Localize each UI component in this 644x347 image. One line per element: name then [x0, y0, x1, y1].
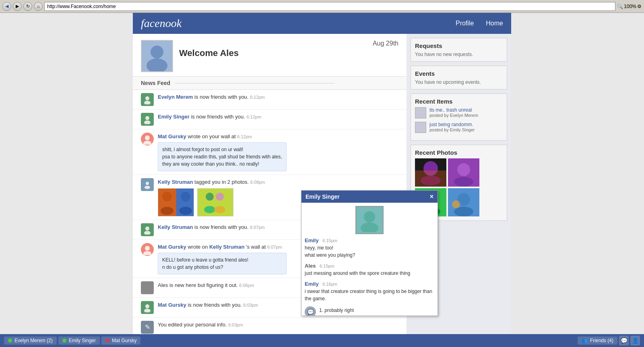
- svg-point-41: [364, 211, 375, 222]
- tagged-photo-2[interactable]: [197, 188, 233, 216]
- svg-point-20: [214, 206, 225, 213]
- feed-icon-edit: ✎: [141, 321, 154, 334]
- feed-item-evelyn-friend: Evelyn Merem is now friends with you. 6:…: [133, 90, 407, 110]
- nav-links: Profile Home: [456, 20, 503, 27]
- requests-text: You have no new requests.: [415, 52, 503, 57]
- poll-icon: 💬: [305, 306, 316, 316]
- forward-button[interactable]: ▶: [13, 2, 22, 11]
- home-button[interactable]: ⌂: [34, 2, 43, 11]
- recent-items-title: Recent Items: [415, 98, 503, 105]
- feed-icon-kelly-tag: [141, 178, 154, 191]
- feed-icon-evelyn: [141, 93, 154, 106]
- feed-icon-emily: [141, 113, 154, 126]
- recent-photo-1[interactable]: [415, 158, 446, 187]
- requests-title: Requests: [415, 42, 503, 49]
- feed-kelly2-link[interactable]: Kelly Struman: [209, 244, 244, 250]
- recent-item-2-link[interactable]: just being randomm.: [429, 122, 475, 127]
- url-text: http://www.Facenook.com/home: [47, 4, 116, 9]
- feed-icon-mat2: [141, 243, 154, 256]
- chat-time-emily-2: 6:16pm: [322, 282, 337, 287]
- evelyn-status-dot: [8, 339, 12, 343]
- recent-item-1-icon: [415, 107, 426, 118]
- svg-point-4: [145, 116, 149, 120]
- chat-text-emily-2: i swear that creature creator thing is g…: [305, 288, 434, 302]
- feed-kelly-link[interactable]: Kelly Struman: [158, 179, 193, 185]
- mat-kelly-post-box: KELL! before u leave u gotta friend ales…: [158, 253, 287, 274]
- feed-icon-ales-new: [141, 281, 154, 294]
- profile-header: Welcome Ales Aug 29th: [133, 34, 407, 77]
- poll-option-2[interactable]: 2. what, no way!: [319, 315, 360, 316]
- feed-kelly-friend-link[interactable]: Kelly Struman: [158, 224, 193, 230]
- feed-emily-link[interactable]: Emily Singer: [158, 114, 190, 120]
- recent-item-1: its me.. trash unreal posted by Evelyn M…: [415, 107, 503, 118]
- taskbar-chat-icon[interactable]: 💬: [619, 336, 629, 345]
- chat-sender-emily-2: Emily: [305, 281, 319, 287]
- feed-icon-kelly-friend: [141, 223, 154, 236]
- svg-point-2: [145, 96, 149, 100]
- taskbar-friends[interactable]: 👥 Friends (4): [578, 337, 617, 345]
- recent-item-2-text: just being randomm. posted by Emily Sing…: [429, 122, 475, 132]
- news-feed-label: News Feed: [141, 80, 170, 86]
- feed-item-mat-post: Mat Gursky wrote on your wall at 6:12pm …: [133, 129, 407, 175]
- feed-mat3-link[interactable]: Mat Gursky: [158, 302, 186, 308]
- chat-bubble-icon: 💬: [621, 337, 627, 344]
- feed-icon-mat-friend: [141, 301, 154, 314]
- svg-point-24: [143, 251, 151, 255]
- recent-item-2-icon: [415, 122, 426, 133]
- chat-avatar: [355, 206, 384, 234]
- svg-rect-30: [415, 170, 446, 187]
- svg-point-0: [151, 46, 163, 58]
- taskbar-emily-label: Emily Singer: [69, 338, 96, 343]
- taskbar-evelyn[interactable]: Evelyn Merem (2): [4, 337, 57, 345]
- poll-options: 1. probably right 2. what, no way! 3. yo…: [319, 306, 360, 316]
- chat-header: Emily Singer ×: [301, 191, 438, 203]
- taskbar-mat[interactable]: Mat Gursky: [101, 337, 140, 345]
- zoom-level: 100%: [624, 4, 636, 9]
- nav-profile-link[interactable]: Profile: [456, 20, 474, 27]
- svg-point-42: [361, 222, 378, 232]
- sidebar-events: Events You have no upcoming events.: [411, 66, 507, 89]
- address-bar[interactable]: http://www.Facenook.com/home: [44, 2, 615, 11]
- events-title: Events: [415, 70, 503, 77]
- nav-home-link[interactable]: Home: [486, 20, 503, 27]
- chat-message-emily-1: Emily 6:15pm heyy, me too!what were you …: [305, 237, 434, 259]
- svg-point-1: [147, 58, 167, 71]
- recent-photo-2[interactable]: [448, 158, 479, 187]
- svg-point-12: [162, 192, 172, 202]
- facenook-navbar: facenook Profile Home: [133, 13, 511, 34]
- svg-point-21: [145, 226, 149, 231]
- chat-time-emily: 6:15pm: [322, 238, 337, 243]
- zoom-icon: 🔍: [617, 4, 623, 9]
- feed-mat2-link[interactable]: Mat Gursky: [158, 244, 186, 250]
- chat-message-ales: Ales 6:15pm just messing around with the…: [305, 263, 434, 277]
- recent-photo-4[interactable]: [448, 188, 479, 216]
- news-feed-header: News Feed ──────────────────────────────…: [133, 77, 407, 90]
- chat-title: Emily Singer: [305, 193, 340, 200]
- taskbar-mat-label: Mat Gursky: [112, 338, 136, 343]
- settings-icon[interactable]: ⚙: [637, 4, 642, 9]
- poll-option-1[interactable]: 1. probably right: [319, 306, 360, 315]
- taskbar-evelyn-label: Evelyn Merem (2): [14, 338, 53, 343]
- recent-item-1-posted: posted by Evelyn Merem: [429, 113, 478, 118]
- tagged-photo-1[interactable]: [158, 188, 194, 216]
- svg-rect-16: [198, 189, 233, 216]
- feed-mat-link[interactable]: Mat Gursky: [158, 133, 186, 139]
- svg-point-8: [146, 182, 149, 185]
- recent-item-1-link[interactable]: its me.. trash unreal: [429, 107, 478, 113]
- person-icon: 👤: [632, 337, 639, 344]
- svg-point-5: [144, 121, 151, 124]
- svg-point-17: [206, 193, 214, 201]
- profile-header-left: Welcome Ales: [141, 40, 239, 72]
- taskbar-person-icon[interactable]: 👤: [630, 336, 640, 345]
- chat-body[interactable]: Emily 6:15pm heyy, me too!what were you …: [301, 203, 438, 316]
- chat-close-button[interactable]: ×: [430, 193, 433, 200]
- sidebar-recent-items: Recent Items its me.. trash unreal poste…: [411, 94, 507, 141]
- recent-item-2-posted: posted by Emily Singer: [429, 127, 475, 132]
- svg-point-40: [452, 200, 460, 208]
- back-button[interactable]: ◀: [2, 2, 11, 11]
- reload-button[interactable]: ↻: [23, 2, 32, 11]
- chat-time-ales: 6:15pm: [320, 264, 334, 268]
- feed-evelyn-link[interactable]: Evelyn Merem: [158, 94, 193, 100]
- feed-text-evelyn-friend: Evelyn Merem is now friends with you. 6:…: [158, 93, 398, 101]
- taskbar-emily[interactable]: Emily Singer: [58, 337, 100, 345]
